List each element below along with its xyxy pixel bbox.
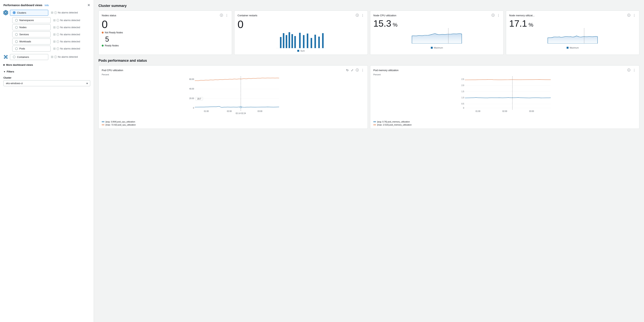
cpu-legend-square bbox=[431, 47, 433, 49]
workloads-alarm-text: No alarms detected bbox=[60, 40, 80, 43]
sidebar: Performance dashboard views Info ✕ Clust… bbox=[0, 0, 94, 322]
nodes-status-number: 0 bbox=[102, 19, 229, 30]
containers-button[interactable]: Containers bbox=[10, 54, 48, 60]
workloads-button[interactable]: Workloads bbox=[12, 39, 50, 45]
nodes-alarm-badge: i No alarms detected bbox=[53, 26, 80, 29]
containers-alarm-badge: i No alarms detected bbox=[51, 56, 78, 58]
node-memory-info-btn[interactable]: ⓘ bbox=[627, 14, 631, 18]
alarm-square-icon-3 bbox=[53, 26, 56, 29]
alarm-square-icon-2 bbox=[53, 19, 56, 22]
pod-memory-chart: 2.5 2.0 1.5 1.0 0.5 0 bbox=[373, 77, 636, 115]
container-restarts-card: Container restarts ⓘ ⋮ 0 .bar{fill:#1a6e… bbox=[234, 11, 368, 55]
pod-cpu-max-line bbox=[102, 125, 104, 125]
container-restarts-header: Container restarts ⓘ ⋮ bbox=[238, 14, 364, 18]
pods-button[interactable]: Pods bbox=[12, 46, 50, 52]
cluster-summary-title: Cluster summary bbox=[98, 4, 640, 8]
cluster-filter-label: Cluster bbox=[4, 77, 90, 79]
containers-radio bbox=[13, 56, 16, 58]
pods-alarm-badge: i No alarms detected bbox=[53, 47, 80, 50]
containers-nav-row: Containers i No alarms detected bbox=[0, 54, 94, 60]
node-memory-header: Node memory utilizat... ⓘ ⋮ bbox=[509, 14, 636, 18]
pod-memory-max-line bbox=[373, 125, 376, 125]
pod-cpu-expand-btn[interactable]: ⤢ bbox=[350, 68, 354, 72]
services-button[interactable]: Services bbox=[12, 32, 50, 37]
pod-memory-menu-btn[interactable]: ⋮ bbox=[632, 68, 636, 72]
svg-text:1.5: 1.5 bbox=[462, 91, 464, 93]
container-restarts-menu-btn[interactable]: ⋮ bbox=[361, 14, 364, 17]
pod-memory-header: Pod memory utilization ⓘ ⋮ bbox=[373, 68, 636, 72]
filters-chevron: ▼ bbox=[4, 71, 6, 73]
clusters-label: Clusters bbox=[17, 11, 26, 14]
pod-memory-avg-label: [avg: 0.76] pod_memory_utilization bbox=[377, 121, 410, 123]
node-cpu-title: Node CPU utilization bbox=[373, 14, 396, 17]
container-restarts-title: Container restarts bbox=[238, 14, 257, 17]
node-cpu-menu-btn[interactable]: ⋮ bbox=[496, 14, 500, 17]
nodes-status-menu-btn[interactable]: ⋮ bbox=[225, 14, 229, 17]
pod-cpu-card: Pod CPU utilization ↻ ⤢ ⓘ ⋮ Percent 60.0… bbox=[98, 65, 368, 129]
pod-cpu-menu-btn[interactable]: ⋮ bbox=[361, 68, 364, 72]
namespaces-radio bbox=[15, 19, 18, 22]
nodes-alarm-text: No alarms detected bbox=[60, 26, 80, 29]
not-ready-dot bbox=[102, 32, 104, 34]
pod-memory-info-btn[interactable]: ⓘ bbox=[627, 68, 631, 72]
pod-memory-avg-line bbox=[373, 122, 376, 122]
cluster-select[interactable]: eks-windows-ci bbox=[4, 80, 90, 86]
node-cpu-card: Node CPU utilization ⓘ ⋮ 15.3 % bbox=[370, 11, 504, 55]
alarm-info-icon-2: i bbox=[56, 19, 59, 22]
alarm-info-icon-7: i bbox=[54, 56, 57, 58]
container-restarts-info-btn[interactable]: ⓘ bbox=[355, 14, 359, 18]
memory-legend-square bbox=[566, 47, 568, 49]
clusters-alarm-badge: i No alarms detected bbox=[51, 11, 78, 14]
pod-cpu-refresh-btn[interactable]: ↻ bbox=[346, 68, 349, 72]
workloads-radio bbox=[15, 40, 18, 43]
svg-text:02:00: 02:00 bbox=[502, 110, 507, 112]
workloads-alarm-badge: i No alarms detected bbox=[53, 40, 80, 43]
svg-text:2.5: 2.5 bbox=[462, 78, 464, 80]
svg-text:02-14 02:24: 02-14 02:24 bbox=[236, 112, 246, 114]
node-cpu-actions: ⓘ ⋮ bbox=[491, 14, 500, 18]
nodes-button[interactable]: Nodes bbox=[12, 24, 50, 30]
nodes-row: Nodes i No alarms detected bbox=[2, 24, 91, 30]
svg-text:23.7: 23.7 bbox=[197, 98, 201, 100]
node-memory-chart bbox=[509, 28, 636, 46]
filters-header[interactable]: ▼ Filters bbox=[0, 68, 94, 75]
close-button[interactable]: ✕ bbox=[87, 3, 90, 7]
svg-text:0: 0 bbox=[463, 107, 464, 109]
memory-legend-label: Maximum bbox=[570, 47, 579, 49]
clusters-nav-row: Clusters i No alarms detected bbox=[0, 9, 94, 16]
clusters-button[interactable]: Clusters bbox=[10, 10, 48, 16]
more-views-label: More dashboard views bbox=[6, 64, 33, 66]
svg-rect-21 bbox=[322, 33, 324, 48]
pods-cards-row: Pod CPU utilization ↻ ⤢ ⓘ ⋮ Percent 60.0… bbox=[98, 65, 640, 129]
pod-memory-chart-container: 2.5 2.0 1.5 1.0 0.5 0 bbox=[373, 77, 636, 119]
main-content: Cluster summary Nodes status ⓘ ⋮ 0 Not R… bbox=[94, 0, 644, 322]
alarm-info-icon-5: i bbox=[56, 40, 59, 43]
svg-rect-20 bbox=[318, 37, 320, 48]
alarm-info-icon-3: i bbox=[56, 26, 59, 29]
node-cpu-header: Node CPU utilization ⓘ ⋮ bbox=[373, 14, 500, 18]
svg-text:02:00: 02:00 bbox=[227, 110, 232, 112]
more-views-header[interactable]: ▶ More dashboard views bbox=[0, 62, 94, 68]
filters-label: Filters bbox=[7, 70, 14, 73]
info-link[interactable]: Info bbox=[45, 4, 49, 7]
pod-cpu-chart: 60.00 40.00 20.00 0 bbox=[102, 77, 364, 115]
namespaces-button[interactable]: Namespaces bbox=[12, 17, 50, 23]
pod-memory-max-legend: [max: 2.515] pod_memory_utilization bbox=[373, 124, 636, 126]
node-memory-actions: ⓘ ⋮ bbox=[627, 14, 636, 18]
svg-rect-11 bbox=[286, 35, 287, 48]
svg-rect-15 bbox=[299, 33, 301, 48]
pod-cpu-title: Pod CPU utilization bbox=[102, 69, 123, 72]
svg-text:0.5: 0.5 bbox=[462, 103, 464, 105]
pod-memory-card: Pod memory utilization ⓘ ⋮ Percent 2.5 2… bbox=[370, 65, 640, 129]
node-memory-menu-btn[interactable]: ⋮ bbox=[632, 14, 636, 17]
nodes-status-info-btn[interactable]: ⓘ bbox=[220, 14, 223, 18]
node-cpu-info-btn[interactable]: ⓘ bbox=[491, 14, 495, 18]
svg-text:03:00: 03:00 bbox=[529, 110, 534, 112]
alarm-info-icon: i bbox=[54, 11, 57, 14]
pod-cpu-info-btn[interactable]: ⓘ bbox=[355, 68, 359, 72]
services-radio bbox=[15, 33, 18, 36]
services-label: Services bbox=[19, 33, 29, 36]
svg-text:1.0: 1.0 bbox=[462, 97, 464, 99]
services-row: Services i No alarms detected bbox=[2, 32, 91, 37]
summary-cards-row: Nodes status ⓘ ⋮ 0 Not Ready Nodes 5 Rea… bbox=[98, 11, 640, 55]
